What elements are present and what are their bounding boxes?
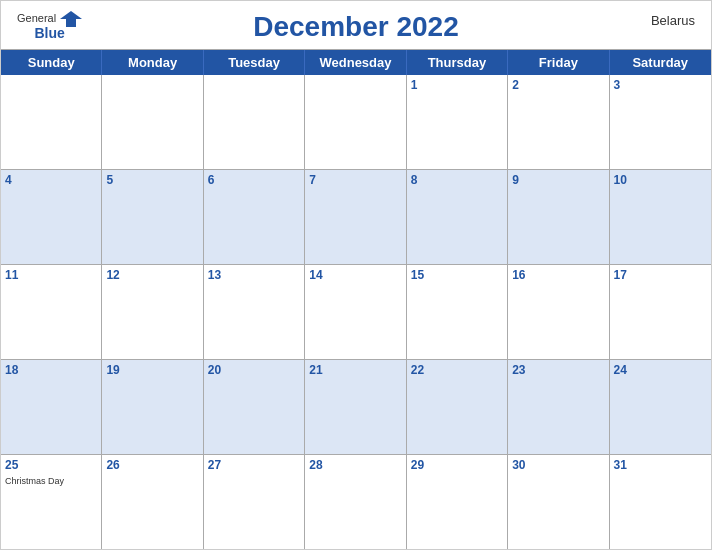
day-cell-1: 1 <box>407 75 508 169</box>
header-friday: Friday <box>508 50 609 75</box>
header-thursday: Thursday <box>407 50 508 75</box>
header-saturday: Saturday <box>610 50 711 75</box>
calendar-grid: Sunday Monday Tuesday Wednesday Thursday… <box>1 49 711 549</box>
logo: General Blue <box>17 9 82 41</box>
header-sunday: Sunday <box>1 50 102 75</box>
day-cell-5: 5 <box>102 170 203 264</box>
calendar-header: General Blue December 2022 Belarus <box>1 1 711 49</box>
day-cell <box>102 75 203 169</box>
day-cell-31: 31 <box>610 455 711 549</box>
header-monday: Monday <box>102 50 203 75</box>
day-cell-3: 3 <box>610 75 711 169</box>
day-cell-17: 17 <box>610 265 711 359</box>
day-cell-30: 30 <box>508 455 609 549</box>
week-row-1: 1 2 3 <box>1 75 711 170</box>
day-cell-25: 25 Christmas Day <box>1 455 102 549</box>
week-row-5: 25 Christmas Day 26 27 28 29 30 31 <box>1 455 711 549</box>
day-cell-22: 22 <box>407 360 508 454</box>
day-cell-15: 15 <box>407 265 508 359</box>
header-wednesday: Wednesday <box>305 50 406 75</box>
month-title: December 2022 <box>253 11 458 43</box>
day-cell-23: 23 <box>508 360 609 454</box>
week-row-2: 4 5 6 7 8 9 10 <box>1 170 711 265</box>
week-row-3: 11 12 13 14 15 16 17 <box>1 265 711 360</box>
logo-blue-text: Blue <box>34 25 64 41</box>
day-cell-26: 26 <box>102 455 203 549</box>
day-cell-9: 9 <box>508 170 609 264</box>
day-cell-18: 18 <box>1 360 102 454</box>
day-cell-2: 2 <box>508 75 609 169</box>
day-cell-16: 16 <box>508 265 609 359</box>
day-cell <box>1 75 102 169</box>
day-cell-21: 21 <box>305 360 406 454</box>
day-headers-row: Sunday Monday Tuesday Wednesday Thursday… <box>1 50 711 75</box>
day-cell-13: 13 <box>204 265 305 359</box>
day-cell-27: 27 <box>204 455 305 549</box>
day-cell-28: 28 <box>305 455 406 549</box>
calendar: General Blue December 2022 Belarus Sunda… <box>0 0 712 550</box>
day-cell <box>204 75 305 169</box>
day-cell-19: 19 <box>102 360 203 454</box>
week-row-4: 18 19 20 21 22 23 24 <box>1 360 711 455</box>
day-cell-4: 4 <box>1 170 102 264</box>
day-cell-14: 14 <box>305 265 406 359</box>
country-label: Belarus <box>651 13 695 28</box>
day-cell-8: 8 <box>407 170 508 264</box>
header-tuesday: Tuesday <box>204 50 305 75</box>
day-cell-24: 24 <box>610 360 711 454</box>
day-cell-10: 10 <box>610 170 711 264</box>
day-cell-11: 11 <box>1 265 102 359</box>
day-cell-29: 29 <box>407 455 508 549</box>
day-cell <box>305 75 406 169</box>
logo-general-text: General <box>17 12 56 24</box>
day-cell-20: 20 <box>204 360 305 454</box>
weeks-container: 1 2 3 4 5 6 7 8 9 10 11 12 13 14 15 16 <box>1 75 711 549</box>
day-cell-12: 12 <box>102 265 203 359</box>
day-cell-7: 7 <box>305 170 406 264</box>
day-cell-6: 6 <box>204 170 305 264</box>
holiday-christmas: Christmas Day <box>5 476 97 486</box>
